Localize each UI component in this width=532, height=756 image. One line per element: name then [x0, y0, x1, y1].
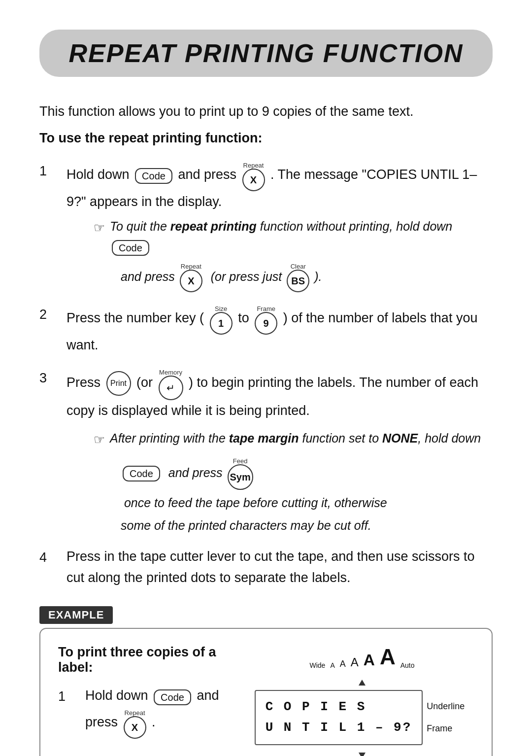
- a-label-1: A: [330, 661, 334, 669]
- sym-key-wrapper: Feed Sym: [228, 464, 253, 490]
- enter-key-wrapper: Memory ↵: [159, 376, 183, 400]
- page-title: REPEAT PRINTING FUNCTION: [68, 39, 463, 68]
- code-key-note: Code: [112, 237, 149, 257]
- example-left: To print three copies of a label: 1 Hold…: [58, 645, 226, 749]
- underline-label: Underline: [427, 701, 465, 712]
- or-press-just-text: (or press just: [207, 267, 282, 286]
- intro-text: This function allows you to print up to …: [39, 102, 493, 122]
- ex-x-key: X: [124, 716, 146, 739]
- step-1-and-press: and press: [178, 167, 240, 182]
- lcd-right-labels: Underline Frame: [423, 701, 465, 734]
- step-1-subnote: ☞ To quit the repeat printing function w…: [94, 216, 493, 257]
- lcd-top-labels: Wide A A A A A Auto: [305, 645, 415, 669]
- a-label-3: A: [351, 655, 359, 669]
- print-key-wrapper: Print: [106, 371, 131, 396]
- code-key-2: Code: [112, 240, 149, 256]
- step-2-to: to: [238, 310, 253, 325]
- step-1-text-before: Hold down: [66, 167, 133, 182]
- x-key-wrapper-1: Repeat X: [242, 169, 265, 191]
- and-press-italic-1: and press: [121, 267, 175, 286]
- step-1-content: Hold down Code and press Repeat X . The …: [66, 160, 493, 293]
- title-box: REPEAT PRINTING FUNCTION: [39, 30, 493, 77]
- ex-x-key-wrapper: Repeat X: [124, 716, 146, 739]
- a-label-4: A: [364, 651, 375, 669]
- code-key-wrapper-1: Code: [135, 165, 172, 186]
- ex-code-key-wrapper: Code: [154, 686, 191, 707]
- ex-hold-down: Hold down: [85, 688, 152, 703]
- step-4-number: 4: [39, 546, 66, 568]
- bs-key: BS: [287, 270, 309, 292]
- example-section: EXAMPLE: [39, 606, 493, 624]
- step-2-text: Press the number key (: [66, 310, 208, 325]
- ex-code-key: Code: [154, 689, 191, 705]
- triangle-down-icon: [359, 753, 366, 756]
- lcd-row-2-text: U N T I L 1 – 9?: [266, 718, 412, 738]
- step-3-cutoff-text: some of the printed characters may be cu…: [121, 518, 371, 532]
- print-key: Print: [106, 371, 131, 396]
- note-icon-3: ☞: [94, 430, 105, 450]
- x-key-wrapper-2: Repeat X: [180, 270, 202, 292]
- page: REPEAT PRINTING FUNCTION This function a…: [0, 0, 532, 756]
- a-label-5: A: [380, 645, 396, 669]
- a-label-2: A: [340, 659, 346, 669]
- key9-wrapper-step2: Frame 9: [255, 312, 277, 335]
- example-subtitle: To print three copies of a label:: [58, 645, 226, 675]
- step-4-content: Press in the tape cutter lever to cut th…: [66, 546, 493, 588]
- example-right: Wide A A A A A Auto C O P I E S: [245, 645, 474, 756]
- step-1-and-press-line: and press Repeat X (or press just Clear …: [121, 261, 493, 292]
- step-2: 2 Press the number key ( Size 1 to Frame…: [39, 303, 493, 356]
- step-3: 3 Press Print (or Memory ↵ ) to begin pr…: [39, 367, 493, 535]
- code-key-3: Code: [123, 466, 160, 481]
- x-key-1: X: [242, 169, 265, 191]
- step-3-note-after: once to feed the tape before cutting it,…: [121, 493, 387, 513]
- step-4: 4 Press in the tape cutter lever to cut …: [39, 546, 493, 588]
- code-key-1: Code: [135, 168, 172, 184]
- steps-list: 1 Hold down Code and press Repeat X . Th…: [39, 160, 493, 589]
- closing-paren: ).: [314, 267, 322, 286]
- triangle-down-container: [354, 746, 366, 756]
- example-label: EXAMPLE: [39, 606, 113, 624]
- step-3-content: Press Print (or Memory ↵ ) to begin prin…: [66, 367, 493, 535]
- step-1-number: 1: [39, 160, 66, 182]
- ex-period: .: [152, 715, 156, 729]
- lcd-row-1-text: C O P I E S: [266, 697, 366, 718]
- lcd-row-1: C O P I E S: [266, 697, 412, 718]
- step-3-note-text: After printing with the tape margin func…: [110, 428, 481, 448]
- triangle-up-icon: [359, 680, 366, 686]
- step-3-or: (or: [136, 375, 157, 390]
- step-2-number: 2: [39, 303, 66, 325]
- x-key-2: X: [180, 270, 202, 292]
- key1-wrapper-step2: Size 1: [210, 312, 233, 335]
- key-9: 9: [255, 312, 277, 335]
- step-3-press: Press: [66, 375, 104, 390]
- note-icon-1: ☞: [94, 218, 105, 239]
- step-2-content: Press the number key ( Size 1 to Frame 9…: [66, 303, 493, 356]
- frame-label-lcd: Frame: [427, 723, 452, 734]
- auto-label: Auto: [400, 661, 415, 669]
- section-label: To use the repeat printing function:: [39, 131, 493, 146]
- bs-key-wrapper: Clear BS: [287, 270, 309, 292]
- lcd-main-row: C O P I E S U N T I L 1 – 9? Underline F…: [255, 690, 465, 745]
- triangle-up-container: [354, 673, 366, 689]
- enter-key: ↵: [159, 376, 183, 400]
- step-1: 1 Hold down Code and press Repeat X . Th…: [39, 160, 493, 293]
- step-3-number: 3: [39, 367, 66, 389]
- example-step-content: Hold down Code and press Repeat X .: [85, 685, 226, 738]
- wide-label: Wide: [310, 661, 326, 669]
- step-3-and-press-line: Code and press Feed Sym once to feed the…: [121, 455, 493, 513]
- sym-key: Sym: [228, 464, 253, 490]
- step-4-text: Press in the tape cutter lever to cut th…: [66, 549, 474, 585]
- example-box: To print three copies of a label: 1 Hold…: [39, 628, 493, 756]
- lcd-row-2: U N T I L 1 – 9?: [266, 718, 412, 738]
- step-3-subnote: ☞ After printing with the tape margin fu…: [94, 428, 493, 450]
- and-press-italic-3: and press: [165, 463, 223, 482]
- example-step-num: 1: [58, 685, 85, 707]
- code-key-wrapper-3: Code: [123, 463, 160, 482]
- step-1-note-text: To quit the repeat printing function wit…: [110, 216, 493, 257]
- key-1: 1: [210, 312, 233, 335]
- example-step-1: 1 Hold down Code and press Repeat X .: [58, 685, 226, 738]
- lcd-screen: C O P I E S U N T I L 1 – 9?: [255, 690, 423, 745]
- step-3-note-line2: some of the printed characters may be cu…: [121, 515, 493, 535]
